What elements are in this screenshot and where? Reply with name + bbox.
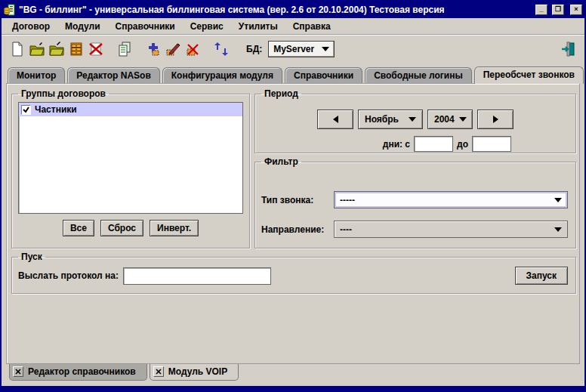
edit-record-icon[interactable] <box>165 41 181 57</box>
module-tabstrip: Монитор Редактор NASов Конфигурация моду… <box>2 63 584 83</box>
open-modules-tabstrip: Редактор справочников Модуль VOIP <box>2 364 584 386</box>
direction-label: Направление: <box>261 224 334 235</box>
menu-spravochniki[interactable]: Справочники <box>108 19 183 34</box>
refresh-icon[interactable] <box>213 41 230 57</box>
bottom-tab-label: Редактор справочников <box>28 366 136 377</box>
new-document-icon[interactable] <box>9 41 26 57</box>
tab-recalc-calls[interactable]: Переобсчет звонков <box>474 66 584 84</box>
menu-dogovor[interactable]: Договор <box>5 19 57 34</box>
delete-document-icon[interactable] <box>88 41 104 57</box>
invert-button[interactable]: Инверт. <box>150 220 199 236</box>
direction-row: Направление: ---- <box>261 221 568 238</box>
day-from-input[interactable] <box>414 136 453 152</box>
open-folder-icon[interactable] <box>29 41 45 57</box>
filter-title: Фильтр <box>261 156 301 167</box>
year-select[interactable]: 2004 <box>427 110 473 129</box>
add-record-icon[interactable] <box>145 41 162 57</box>
select-all-button[interactable]: Все <box>63 220 94 236</box>
call-type-row: Тип звонка: ----- <box>261 191 568 208</box>
reset-button[interactable]: Сброс <box>100 220 143 236</box>
menu-utility[interactable]: Утилиты <box>231 19 285 34</box>
chevron-down-icon <box>409 117 416 122</box>
application-window: "BG - биллинг" - универсальная биллингов… <box>0 0 586 392</box>
db-select[interactable]: MyServer <box>268 41 335 57</box>
open-module-icon[interactable] <box>48 41 65 57</box>
run-button[interactable]: Запуск <box>515 267 569 285</box>
toolbar: БД: MyServer <box>2 35 584 63</box>
chevron-down-icon <box>554 227 562 232</box>
bottom-tab-voip-module[interactable]: Модуль VOIP <box>150 363 239 381</box>
app-icon <box>4 4 16 16</box>
days-to-label: до <box>457 139 468 150</box>
day-to-input[interactable] <box>472 136 511 152</box>
contract-groups-panel: Группы договоров Частники Все Сброс Инве… <box>11 88 250 248</box>
protocol-input[interactable] <box>123 267 271 285</box>
chevron-down-icon <box>322 47 329 51</box>
bottom-tab-label: Модуль VOIP <box>168 366 227 377</box>
prev-month-button[interactable] <box>317 110 353 129</box>
contract-groups-list[interactable]: Частники <box>18 102 243 214</box>
db-label: БД: <box>246 44 262 54</box>
bottom-tab-directory-editor[interactable]: Редактор справочников <box>9 364 147 381</box>
launch-row: Выслать протокол на: Запуск <box>18 267 568 285</box>
list-item-chastniki[interactable]: Частники <box>19 103 242 116</box>
list-item-label: Частники <box>35 104 77 115</box>
checkbox-checked-icon[interactable] <box>21 105 31 115</box>
launch-title: Пуск <box>18 252 45 262</box>
tab-nas-editor[interactable]: Редактор NASов <box>67 67 159 83</box>
db-select-value: MyServer <box>273 44 322 54</box>
period-panel: Период Ноябрь 2004 дни: с до <box>254 88 576 153</box>
tab-module-config[interactable]: Конфигурация модуля <box>162 67 282 83</box>
maximize-button[interactable]: ❐ <box>552 5 564 15</box>
tab-content-recalc: Группы договоров Частники Все Сброс Инве… <box>6 83 580 364</box>
direction-select[interactable]: ---- <box>334 221 568 238</box>
window-title: "BG - биллинг" - универсальная биллингов… <box>19 5 531 15</box>
arrow-left-icon <box>333 116 338 123</box>
year-select-value: 2004 <box>434 114 455 125</box>
month-select-value: Ноябрь <box>365 114 404 125</box>
period-controls-row: Ноябрь 2004 <box>255 110 575 129</box>
exit-icon[interactable] <box>560 41 577 57</box>
period-title: Период <box>261 88 301 99</box>
group-buttons-row: Все Сброс Инверт. <box>12 220 249 236</box>
filter-panel: Фильтр Тип звонка: ----- Направление: --… <box>254 156 576 248</box>
launch-panel: Пуск Выслать протокол на: Запуск <box>11 252 576 294</box>
close-tab-icon[interactable] <box>153 366 164 377</box>
menu-servis[interactable]: Сервис <box>183 19 231 34</box>
call-type-label: Тип звонка: <box>261 195 334 205</box>
title-bar: "BG - биллинг" - универсальная биллингов… <box>2 2 584 18</box>
minimize-button[interactable]: _ <box>535 5 547 15</box>
delete-record-icon[interactable] <box>184 41 201 57</box>
days-range-row: дни: с до <box>255 136 511 152</box>
arrow-right-icon <box>493 116 498 123</box>
archive-drawer-icon[interactable] <box>68 41 85 57</box>
copy-document-icon[interactable] <box>116 41 133 57</box>
call-type-value: ----- <box>340 195 550 205</box>
menu-moduli[interactable]: Модули <box>57 19 107 34</box>
contract-groups-title: Группы договоров <box>18 88 109 99</box>
close-button[interactable]: × <box>570 5 582 15</box>
tab-free-logins[interactable]: Свободные логины <box>365 67 472 83</box>
days-from-label: дни: с <box>383 139 410 150</box>
direction-value: ---- <box>340 224 550 235</box>
chevron-down-icon <box>459 117 467 122</box>
protocol-label: Выслать протокол на: <box>18 270 119 281</box>
menu-bar: Договор Модули Справочники Сервис Утилит… <box>2 18 584 35</box>
call-type-select[interactable]: ----- <box>334 191 568 208</box>
tab-directories[interactable]: Справочники <box>285 67 362 83</box>
chevron-down-icon <box>554 198 562 202</box>
menu-spravka[interactable]: Справка <box>285 19 338 34</box>
tab-monitor[interactable]: Монитор <box>8 67 65 83</box>
close-tab-icon[interactable] <box>13 366 23 377</box>
next-month-button[interactable] <box>477 110 514 129</box>
month-select[interactable]: Ноябрь <box>358 110 423 129</box>
